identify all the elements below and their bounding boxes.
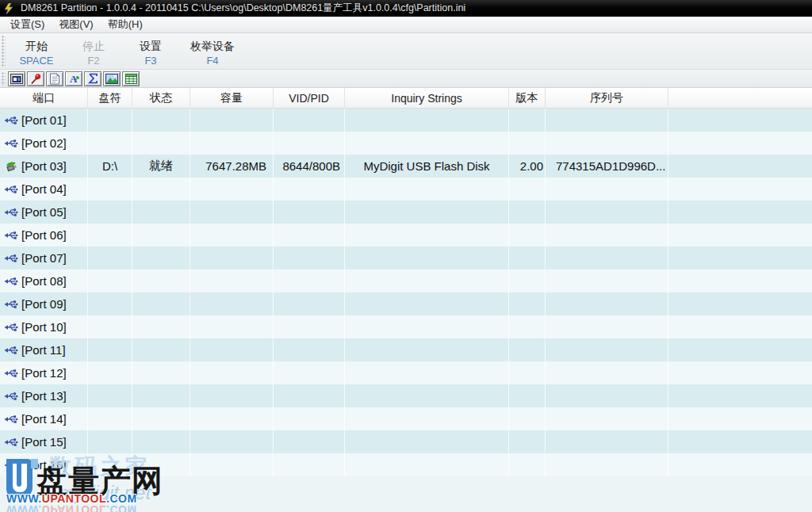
row-filler: [668, 224, 812, 246]
port-label: [Port 16]: [21, 458, 67, 472]
version-cell: [509, 384, 546, 407]
column-header-1[interactable]: 端口: [0, 88, 88, 108]
row-filler: [668, 430, 812, 453]
status-cell: [132, 384, 190, 407]
status-cell: [132, 178, 190, 201]
vidpid-cell: [274, 269, 345, 292]
table-row[interactable]: [Port 06]: [0, 224, 812, 246]
font-setting-icon[interactable]: A: [65, 71, 82, 86]
preview-window-icon[interactable]: [8, 71, 25, 86]
pushpin-icon[interactable]: [27, 71, 44, 86]
inquiry-cell: [345, 269, 509, 292]
toolbar-grip[interactable]: [2, 36, 6, 67]
table-row[interactable]: [Port 08]: [0, 269, 812, 292]
menu-settings[interactable]: 设置(S): [3, 16, 52, 33]
table-row[interactable]: [Port 07]: [0, 246, 812, 269]
version-cell: [509, 361, 546, 384]
row-filler: [668, 292, 812, 315]
drive-letter-cell: [88, 407, 132, 430]
vidpid-cell: [274, 453, 345, 476]
table-row[interactable]: [Port 03] D:\ 就绪 7647.28MB 8644/800B MyD…: [0, 155, 812, 178]
app-window: DM8261 Partition - 1.0.0.4 - 20110415 C:…: [0, 0, 812, 512]
table-row[interactable]: [Port 14]: [0, 407, 812, 430]
titlebar[interactable]: DM8261 Partition - 1.0.0.4 - 20110415 C:…: [0, 0, 812, 17]
table-row[interactable]: [Port 02]: [0, 132, 812, 155]
inquiry-cell: [345, 338, 509, 361]
table-row[interactable]: [Port 16]: [0, 453, 812, 476]
grid-table-icon[interactable]: [122, 71, 140, 86]
row-filler: [668, 361, 812, 384]
vidpid-cell: [274, 201, 345, 224]
port-label: [Port 14]: [21, 412, 67, 426]
version-cell: [509, 201, 546, 224]
column-header-5[interactable]: VID/PID: [274, 88, 345, 108]
inquiry-cell: [345, 384, 509, 407]
start-button[interactable]: 开始 SPACE: [8, 33, 65, 69]
table-row[interactable]: [Port 04]: [0, 178, 812, 201]
table-row[interactable]: [Port 12]: [0, 361, 812, 384]
port-label: [Port 13]: [21, 389, 67, 403]
inquiry-cell: [345, 315, 509, 338]
inquiry-cell: [345, 246, 509, 269]
status-cell: [132, 246, 190, 269]
usb-trident-icon: [4, 391, 18, 402]
table-row[interactable]: [Port 15]: [0, 430, 812, 453]
version-cell: [509, 109, 546, 132]
usb-trident-icon: [4, 299, 18, 310]
status-cell: [132, 109, 190, 132]
drive-letter-cell: D:\: [88, 155, 132, 178]
settings-button[interactable]: 设置 F3: [122, 33, 179, 69]
drive-letter-cell: [88, 453, 132, 476]
serial-cell: [546, 246, 668, 269]
version-cell: [509, 407, 546, 430]
capacity-cell: [190, 224, 274, 246]
column-header-4[interactable]: 容量: [190, 88, 274, 108]
column-header-8[interactable]: 序列号: [546, 88, 668, 108]
image-chart-icon[interactable]: [103, 71, 121, 86]
serial-cell: [546, 109, 668, 132]
stop-button[interactable]: 停止 F2: [65, 33, 122, 69]
sigma-statistics-icon[interactable]: [84, 71, 102, 86]
vidpid-cell: [274, 224, 345, 246]
column-header-2[interactable]: 盘符: [88, 88, 132, 108]
table-row[interactable]: [Port 05]: [0, 201, 812, 224]
main-toolbar: 开始 SPACE 停止 F2 设置 F3 枚举设备 F4: [0, 33, 812, 70]
serial-cell: [546, 453, 668, 476]
menubar: 设置(S) 视图(V) 帮助(H): [0, 17, 812, 33]
port-cell: [Port 11]: [0, 338, 88, 361]
drive-letter-cell: [88, 224, 132, 246]
table-row[interactable]: [Port 11]: [0, 338, 812, 361]
table-row[interactable]: [Port 10]: [0, 315, 812, 338]
version-cell: [509, 178, 546, 201]
drive-letter-cell: [88, 246, 132, 269]
column-header-7[interactable]: 版本: [509, 88, 546, 108]
row-filler: [668, 109, 812, 132]
port-label: [Port 03]: [21, 159, 67, 173]
inquiry-cell: [345, 132, 509, 155]
capacity-cell: [190, 109, 274, 132]
port-cell: [Port 12]: [0, 361, 88, 384]
inquiry-cell: [345, 430, 509, 453]
table-row[interactable]: [Port 09]: [0, 292, 812, 315]
status-cell: [132, 269, 190, 292]
usb-trident-icon: [4, 115, 18, 126]
column-header-6[interactable]: Inquiry Strings: [345, 88, 509, 108]
column-header-3[interactable]: 状态: [132, 88, 190, 108]
port-label: [Port 02]: [21, 136, 67, 150]
serial-cell: [546, 269, 668, 292]
capacity-cell: [190, 178, 274, 201]
enumerate-devices-button[interactable]: 枚举设备 F4: [179, 33, 246, 69]
drive-letter-cell: [88, 292, 132, 315]
table-row[interactable]: [Port 01]: [0, 109, 812, 132]
port-label: [Port 07]: [21, 251, 67, 265]
log-report-icon[interactable]: [46, 71, 63, 86]
table-row[interactable]: [Port 13]: [0, 384, 812, 407]
menu-view[interactable]: 视图(V): [52, 16, 100, 33]
inquiry-cell: [345, 224, 509, 246]
drive-letter-cell: [88, 109, 132, 132]
inquiry-cell: [345, 178, 509, 201]
menu-help[interactable]: 帮助(H): [101, 16, 150, 33]
capacity-cell: [190, 132, 274, 155]
icon-toolbar-grip[interactable]: [2, 72, 6, 86]
port-cell: [Port 08]: [0, 269, 88, 292]
